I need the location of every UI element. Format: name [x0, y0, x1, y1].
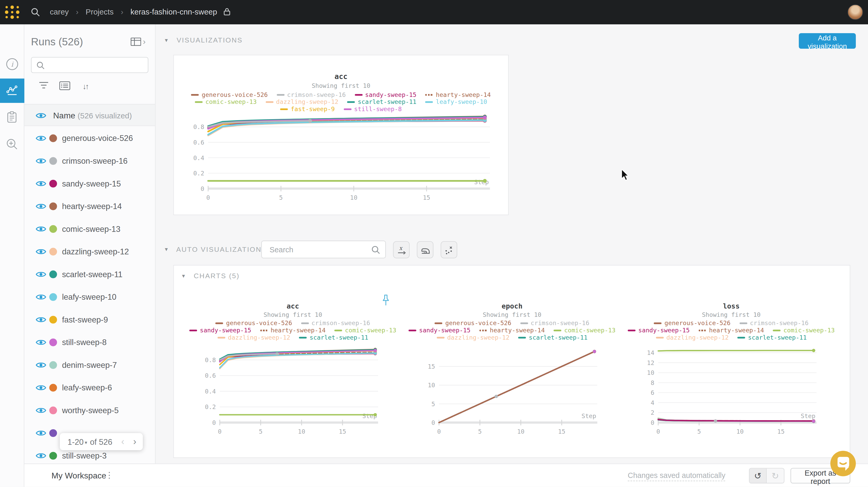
visibility-eye-icon[interactable] — [35, 270, 46, 278]
prev-page-button[interactable]: ‹ — [121, 436, 124, 447]
wandb-logo[interactable] — [4, 5, 20, 20]
run-row[interactable]: sandy-sweep-15 — [24, 172, 155, 195]
run-name[interactable]: hearty-sweep-14 — [62, 202, 122, 210]
legend-entry[interactable]: crimson-sweep-16 — [277, 91, 346, 98]
legend-entry[interactable]: generous-voice-526 — [435, 320, 511, 327]
run-row[interactable]: generous-voice-526 — [24, 127, 155, 150]
visibility-eye-icon[interactable] — [35, 202, 46, 210]
visibility-eye-icon[interactable] — [35, 248, 46, 256]
legend-entry[interactable]: comic-sweep-13 — [554, 327, 616, 334]
charts-section-header[interactable]: ▼ CHARTS (5) — [181, 272, 240, 280]
visibility-eye-icon[interactable] — [35, 338, 46, 346]
visibility-eye-icon[interactable] — [35, 157, 46, 165]
visibility-eye-icon[interactable] — [35, 361, 46, 369]
legend-entry[interactable]: scarlet-sweep-11 — [347, 98, 416, 106]
run-name[interactable]: scarlet-sweep-11 — [62, 270, 122, 279]
workspace-charts-tab[interactable] — [0, 78, 24, 103]
workspace-title[interactable]: My Workspace — [52, 471, 106, 480]
legend-entry[interactable]: crimson-sweep-16 — [301, 320, 370, 327]
run-name[interactable]: leafy-sweep-6 — [62, 383, 112, 392]
x-axis-settings-button[interactable]: x — [393, 241, 410, 258]
visibility-eye-icon[interactable] — [35, 429, 46, 437]
collapse-triangle-icon[interactable]: ▼ — [164, 247, 169, 252]
outliers-button[interactable] — [441, 241, 457, 258]
runs-search-input[interactable] — [48, 59, 142, 71]
run-name[interactable]: crimson-sweep-16 — [62, 157, 128, 165]
run-row[interactable]: fast-sweep-9 — [24, 308, 155, 331]
kebab-menu-icon[interactable]: ⋮ — [105, 470, 114, 480]
visualizations-section-header[interactable]: ▼ VISUALIZATIONS — [164, 36, 243, 44]
run-row[interactable]: comic-sweep-13 — [24, 217, 155, 240]
auto-viz-search-input[interactable] — [269, 243, 366, 255]
legend-entry[interactable]: dazzling-sweep-12 — [437, 334, 509, 342]
visibility-eye-icon[interactable] — [35, 407, 46, 414]
legend-entry[interactable]: sandy-sweep-15 — [355, 91, 416, 98]
acc-chart-panel[interactable]: acc Showing first 10 generous-voice-526c… — [201, 302, 385, 441]
run-name[interactable]: fast-sweep-9 — [62, 315, 108, 324]
page-range-dropdown[interactable]: 1-20 — [67, 437, 84, 446]
redo-button[interactable]: ↻ — [767, 468, 784, 483]
legend-entry[interactable]: scarlet-sweep-11 — [299, 334, 368, 342]
visibility-eye-icon[interactable] — [35, 112, 46, 120]
zoom-add-icon[interactable] — [0, 132, 24, 157]
epoch-chart-panel[interactable]: epoch Showing first 10 generous-voice-52… — [420, 302, 604, 441]
add-visualization-button[interactable]: Add a visualization — [799, 33, 856, 49]
run-row[interactable]: hearty-sweep-14 — [24, 195, 155, 218]
run-name[interactable]: denim-sweep-7 — [62, 361, 117, 369]
caret-down-icon[interactable]: ▾ — [85, 439, 87, 445]
legend-entry[interactable]: generous-voice-526 — [191, 91, 268, 98]
run-row[interactable]: leafy-sweep-6 — [24, 376, 155, 399]
visibility-eye-icon[interactable] — [35, 180, 46, 188]
legend-entry[interactable]: hearty-sweep-14 — [260, 327, 326, 334]
search-icon[interactable] — [31, 8, 40, 17]
run-name[interactable]: still-sweep-8 — [62, 338, 106, 347]
next-page-button[interactable]: › — [133, 436, 136, 447]
legend-entry[interactable]: hearty-sweep-14 — [479, 327, 545, 334]
list-settings-icon[interactable] — [59, 82, 70, 90]
legend-entry[interactable]: generous-voice-526 — [654, 320, 731, 327]
run-name[interactable]: dazzling-sweep-12 — [62, 247, 129, 256]
legend-entry[interactable]: dazzling-sweep-12 — [656, 334, 729, 342]
breadcrumb-user[interactable]: carey — [50, 7, 69, 16]
legend-entry[interactable]: sandy-sweep-15 — [409, 327, 470, 334]
collapse-triangle-icon[interactable]: ▼ — [164, 38, 169, 43]
user-avatar[interactable] — [847, 4, 863, 20]
legend-entry[interactable]: dazzling-sweep-12 — [218, 334, 290, 342]
run-row[interactable]: worthy-sweep-5 — [24, 399, 155, 421]
legend-entry[interactable]: crimson-sweep-16 — [739, 320, 809, 327]
legend-entry[interactable]: dazzling-sweep-12 — [266, 98, 338, 106]
run-row[interactable]: scarlet-sweep-11 — [24, 263, 155, 286]
run-row[interactable]: dazzling-sweep-12 — [24, 240, 155, 263]
sort-icon[interactable]: ↓↑ — [83, 82, 88, 91]
legend-entry[interactable]: sandy-sweep-15 — [189, 327, 251, 334]
legend-entry[interactable]: comic-sweep-13 — [335, 327, 396, 334]
breadcrumb-project-name[interactable]: keras-fashion-cnn-sweep — [130, 7, 217, 16]
legend-entry[interactable]: scarlet-sweep-11 — [518, 334, 587, 342]
undo-button[interactable]: ↺ — [749, 468, 767, 483]
smoothing-button[interactable] — [417, 241, 433, 258]
legend-entry[interactable]: hearty-sweep-14 — [425, 91, 491, 98]
legend-entry[interactable]: crimson-sweep-16 — [520, 320, 589, 327]
loss-chart-panel[interactable]: loss Showing first 10 generous-voice-526… — [639, 302, 823, 441]
run-row[interactable]: leafy-sweep-10 — [24, 286, 155, 308]
run-name[interactable]: generous-voice-526 — [62, 134, 133, 143]
run-name[interactable]: sandy-sweep-15 — [62, 179, 121, 188]
run-row[interactable]: still-sweep-8 — [24, 331, 155, 354]
legend-entry[interactable]: leafy-sweep-10 — [425, 98, 487, 106]
legend-entry[interactable]: hearty-sweep-14 — [699, 327, 764, 334]
filter-icon[interactable] — [39, 82, 49, 89]
visibility-eye-icon[interactable] — [35, 452, 46, 459]
info-icon[interactable]: i — [0, 52, 24, 76]
expand-table-chevron[interactable]: › — [143, 36, 146, 46]
run-name[interactable]: worthy-sweep-5 — [62, 406, 119, 415]
legend-entry[interactable]: comic-sweep-13 — [195, 98, 257, 106]
run-row[interactable]: denim-sweep-7 — [24, 353, 155, 376]
legend-entry[interactable]: sandy-sweep-15 — [628, 327, 690, 334]
breadcrumb-projects[interactable]: Projects — [86, 7, 114, 16]
acc-panel-card[interactable]: acc Showing first 10 generous-voice-526c… — [173, 55, 509, 215]
chat-bubble-button[interactable] — [830, 451, 856, 476]
legend-entry[interactable]: comic-sweep-13 — [773, 327, 835, 334]
runs-table-icon[interactable] — [131, 38, 141, 46]
collapse-triangle-icon[interactable]: ▼ — [181, 273, 187, 279]
run-name[interactable]: comic-sweep-13 — [62, 225, 120, 233]
